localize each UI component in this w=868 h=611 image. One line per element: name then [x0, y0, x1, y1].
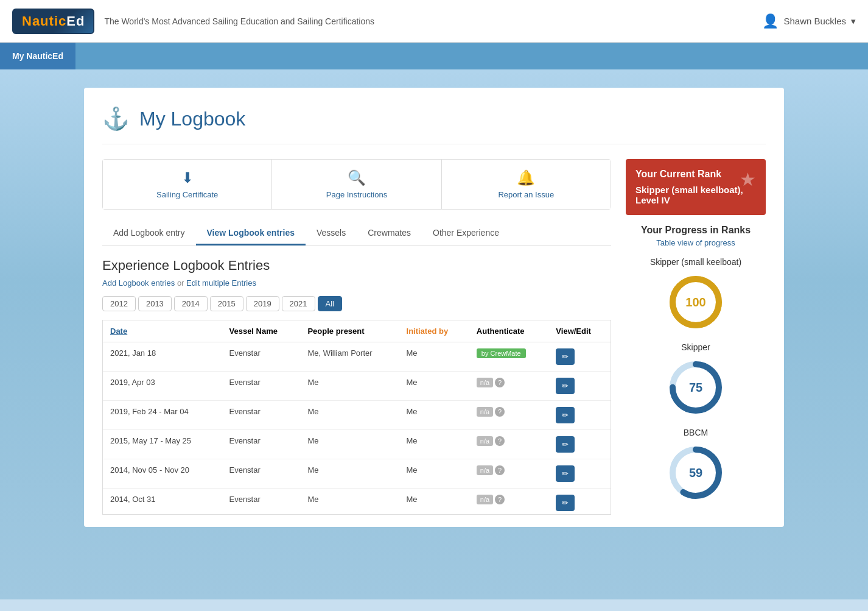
year-filter-btn-2014[interactable]: 2014 [174, 296, 208, 311]
logbook-table-wrapper[interactable]: Date Vessel Name People present Initiate… [102, 320, 611, 515]
page-instructions-button[interactable]: 🔍 Page Instructions [272, 160, 441, 209]
tabs: Add Logbook entry View Logbook entries V… [102, 222, 611, 245]
user-name: Shawn Buckles [783, 16, 846, 26]
nav-item-my-nauticed[interactable]: My NauticEd [0, 43, 75, 69]
cell-people: Me [300, 489, 399, 515]
action-buttons-row: ⬇ Sailing Certificate 🔍 Page Instruction… [102, 159, 611, 210]
cell-auth: n/a? [469, 489, 549, 515]
bell-icon: 🔔 [517, 169, 535, 186]
tab-vessels[interactable]: Vessels [306, 222, 357, 245]
cell-date: 2014, Oct 31 [103, 489, 222, 515]
rank-progress-items: Skipper (small keelboat) 100 Skipper 75 … [626, 257, 766, 503]
right-panel: Your Current Rank Skipper (small keelboa… [626, 159, 766, 515]
auth-badge-na: n/a [477, 495, 493, 504]
year-filter-btn-2015[interactable]: 2015 [210, 296, 243, 311]
page-instructions-label: Page Instructions [326, 190, 387, 199]
page-title-row: ⚓ My Logbook [102, 106, 766, 144]
col-header-initiated-by: Initiated by [399, 320, 469, 342]
cell-edit[interactable]: ✏ [548, 401, 611, 430]
donut-value: 75 [689, 381, 702, 395]
edit-button[interactable]: ✏ [556, 436, 575, 453]
logo[interactable]: NauticEd [12, 9, 94, 34]
nav-bar: My NauticEd [0, 43, 868, 69]
tab-crewmates[interactable]: Crewmates [357, 222, 422, 245]
tab-other-experience[interactable]: Other Experience [422, 222, 510, 245]
cell-initiated: Me [399, 401, 469, 430]
table-row: 2015, May 17 - May 25 Evenstar Me Me n/a… [103, 430, 611, 459]
report-issue-button[interactable]: 🔔 Report an Issue [442, 160, 611, 209]
add-logbook-entries-link[interactable]: Add Logbook entries [102, 278, 175, 288]
cell-edit[interactable]: ✏ [548, 372, 611, 401]
entries-links: Add Logbook entries or Edit multiple Ent… [102, 278, 611, 288]
tab-add-logbook-entry[interactable]: Add Logbook entry [102, 222, 196, 245]
page-background: ⚓ My Logbook ⬇ Sailing Certificate 🔍 Pag… [0, 69, 868, 599]
progress-title: Your Progress in Ranks [626, 225, 766, 236]
cell-auth: n/a? [469, 401, 549, 430]
help-icon[interactable]: ? [495, 465, 505, 475]
rank-card: Your Current Rank Skipper (small keelboa… [626, 159, 766, 215]
rank-progress-item: Skipper (small keelboat) 100 [626, 257, 766, 333]
donut-value: 59 [689, 466, 702, 480]
year-filter-btn-2012[interactable]: 2012 [102, 296, 136, 311]
auth-badge-na: n/a [477, 407, 493, 417]
auth-badge-na: n/a [477, 465, 493, 475]
sailing-certificate-button[interactable]: ⬇ Sailing Certificate [103, 160, 272, 209]
cell-auth: n/a? [469, 430, 549, 459]
cell-people: Me, William Porter [300, 342, 399, 372]
donut-value: 100 [685, 295, 705, 309]
rank-card-value: Skipper (small keelboat), Level IV [635, 185, 756, 205]
cell-edit[interactable]: ✏ [548, 342, 611, 372]
edit-button[interactable]: ✏ [556, 407, 575, 423]
help-icon[interactable]: ? [495, 378, 505, 387]
rank-label: Skipper (small keelboat) [650, 257, 741, 267]
table-row: 2014, Oct 31 Evenstar Me Me n/a? ✏ [103, 489, 611, 515]
help-icon[interactable]: ? [495, 495, 505, 504]
cell-date: 2014, Nov 05 - Nov 20 [103, 459, 222, 489]
cell-people: Me [300, 430, 399, 459]
table-row: 2019, Apr 03 Evenstar Me Me n/a? ✏ [103, 372, 611, 401]
top-header: NauticEd The World's Most Advanced Saili… [0, 0, 868, 43]
cell-vessel: Evenstar [222, 342, 300, 372]
user-menu[interactable]: 👤 Shawn Buckles ▾ [762, 13, 856, 29]
cell-edit[interactable]: ✏ [548, 489, 611, 515]
year-filter-btn-2019[interactable]: 2019 [246, 296, 279, 311]
year-filter-btn-2013[interactable]: 2013 [138, 296, 172, 311]
cell-initiated: Me [399, 372, 469, 401]
table-view-of-progress-link[interactable]: Table view of progress [626, 238, 766, 247]
cell-auth: by CrewMate [469, 342, 549, 372]
edit-multiple-entries-link[interactable]: Edit multiple Entries [186, 278, 256, 288]
cell-vessel: Evenstar [222, 489, 300, 515]
sailing-certificate-label: Sailing Certificate [156, 190, 218, 199]
auth-badge-na: n/a [477, 378, 493, 387]
edit-button[interactable]: ✏ [556, 348, 575, 365]
rank-progress-item: Skipper 75 [626, 342, 766, 418]
year-filter-btn-2021[interactable]: 2021 [282, 296, 315, 311]
rank-card-title: Your Current Rank [635, 169, 756, 180]
donut-chart: 75 [665, 357, 726, 418]
cell-date: 2019, Feb 24 - Mar 04 [103, 401, 222, 430]
content-layout: ⬇ Sailing Certificate 🔍 Page Instruction… [102, 159, 766, 515]
cell-edit[interactable]: ✏ [548, 430, 611, 459]
download-icon: ⬇ [181, 169, 194, 186]
edit-button[interactable]: ✏ [556, 378, 575, 394]
edit-button[interactable]: ✏ [556, 495, 575, 511]
help-icon[interactable]: ? [495, 407, 505, 417]
logbook-table: Date Vessel Name People present Initiate… [103, 320, 611, 515]
table-row: 2019, Feb 24 - Mar 04 Evenstar Me Me n/a… [103, 401, 611, 430]
rank-label: BBCM [684, 428, 708, 437]
col-header-date[interactable]: Date [103, 320, 222, 342]
col-header-vessel-name: Vessel Name [222, 320, 300, 342]
table-header-row: Date Vessel Name People present Initiate… [103, 320, 611, 342]
cell-vessel: Evenstar [222, 430, 300, 459]
cell-edit[interactable]: ✏ [548, 459, 611, 489]
col-header-authenticate: Authenticate [469, 320, 549, 342]
table-row: 2021, Jan 18 Evenstar Me, William Porter… [103, 342, 611, 372]
help-icon[interactable]: ? [495, 436, 505, 446]
auth-badge-na: n/a [477, 436, 493, 446]
separator: or [177, 278, 186, 288]
auth-badge-crewmate: by CrewMate [477, 348, 526, 358]
year-filter-btn-All[interactable]: All [318, 296, 342, 311]
col-header-people-present: People present [300, 320, 399, 342]
tab-view-logbook-entries[interactable]: View Logbook entries [196, 222, 306, 245]
edit-button[interactable]: ✏ [556, 465, 575, 482]
